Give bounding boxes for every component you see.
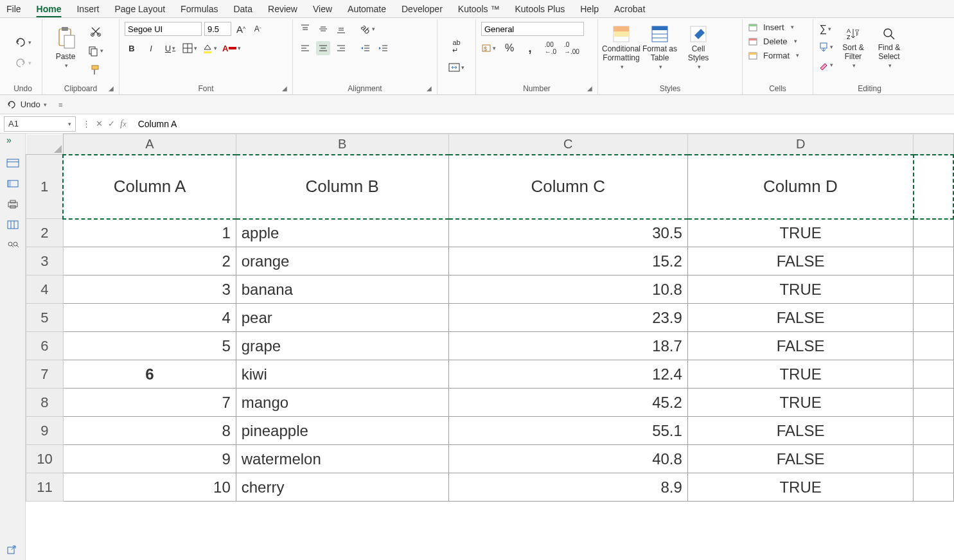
cell-A6[interactable]: 5 (63, 332, 236, 360)
row-header-6[interactable]: 6 (26, 332, 64, 360)
cell-D10[interactable]: FALSE (687, 445, 914, 473)
formula-input[interactable] (133, 116, 954, 132)
row-header-9[interactable]: 9 (26, 417, 64, 445)
row-header-11[interactable]: 11 (26, 473, 64, 502)
align-center-icon[interactable] (316, 41, 330, 55)
borders-button[interactable]: ▾ (182, 41, 197, 55)
cell-B4[interactable]: banana (236, 276, 448, 304)
delete-cells-button[interactable]: Delete▾ (748, 36, 797, 46)
side-nav-icon[interactable] (6, 158, 19, 170)
tab-data[interactable]: Data (232, 2, 254, 16)
cell-D9[interactable]: FALSE (687, 417, 914, 445)
tab-developer[interactable]: Developer (400, 2, 444, 16)
cell-D8[interactable]: TRUE (687, 389, 914, 417)
cell-D11[interactable]: TRUE (687, 473, 914, 502)
number-launcher-icon[interactable]: ◢ (587, 85, 592, 92)
format-painter-button[interactable] (89, 63, 103, 77)
format-cells-button[interactable]: Format▾ (748, 50, 799, 60)
row-header-3[interactable]: 3 (26, 247, 64, 276)
clipboard-launcher-icon[interactable]: ◢ (109, 85, 114, 92)
underline-button[interactable]: U▾ (163, 41, 177, 55)
cell-D5[interactable]: FALSE (687, 304, 914, 332)
autosum-icon[interactable]: ∑▾ (818, 22, 833, 36)
side-find-icon[interactable] (6, 240, 19, 252)
cell-B2[interactable]: apple (236, 219, 448, 247)
paste-button[interactable]: Paste▾ (48, 22, 84, 73)
row-header-5[interactable]: 5 (26, 304, 64, 332)
tab-view[interactable]: View (312, 2, 333, 16)
cell-D4[interactable]: TRUE (687, 276, 914, 304)
fill-icon[interactable]: ▾ (818, 40, 833, 54)
row-header-7[interactable]: 7 (26, 360, 64, 389)
cell-B1[interactable]: Column B (236, 155, 448, 219)
align-bottom-icon[interactable] (334, 22, 348, 36)
cell-C10[interactable]: 40.8 (448, 445, 687, 473)
col-header-D[interactable]: D (687, 134, 914, 155)
cell-B3[interactable]: orange (236, 247, 448, 276)
align-left-icon[interactable] (298, 41, 312, 55)
italic-button[interactable]: I (144, 41, 158, 55)
enter-formula-icon[interactable]: ✓ (108, 119, 115, 128)
increase-indent-icon[interactable] (376, 41, 391, 55)
cell-A3[interactable]: 2 (63, 247, 236, 276)
cell-B8[interactable]: mango (236, 389, 448, 417)
cell-D6[interactable]: FALSE (687, 332, 914, 360)
side-columns-icon[interactable] (6, 220, 19, 231)
wrap-text-button[interactable]: ab↵ (450, 40, 464, 54)
cell-A11[interactable]: 10 (63, 473, 236, 502)
select-all-corner[interactable] (26, 134, 64, 155)
increase-font-icon[interactable]: A^ (234, 22, 248, 36)
merge-center-button[interactable]: ▾ (448, 60, 464, 74)
side-workbook-icon[interactable] (6, 179, 19, 190)
align-top-icon[interactable] (298, 22, 312, 36)
find-select-button[interactable]: Find & Select▾ (873, 22, 905, 73)
cell-D7[interactable]: TRUE (687, 360, 914, 389)
row-header-8[interactable]: 8 (26, 389, 64, 417)
row-header-10[interactable]: 10 (26, 445, 64, 473)
fill-color-button[interactable]: ▾ (202, 41, 217, 55)
cell-C2[interactable]: 30.5 (448, 219, 687, 247)
cell-C4[interactable]: 10.8 (448, 276, 687, 304)
number-format-select[interactable] (481, 22, 584, 36)
cell-C8[interactable]: 45.2 (448, 389, 687, 417)
align-middle-icon[interactable] (316, 22, 330, 36)
decrease-decimal-icon[interactable]: .0→.00 (564, 41, 579, 55)
font-launcher-icon[interactable]: ◢ (282, 85, 287, 92)
tab-file[interactable]: File (5, 2, 22, 16)
tab-formulas[interactable]: Formulas (179, 2, 219, 16)
cell-B9[interactable]: pineapple (236, 417, 448, 445)
fx-more-icon[interactable]: ⋮ (82, 119, 91, 128)
popout-icon[interactable] (6, 545, 17, 555)
cell-A2[interactable]: 1 (63, 219, 236, 247)
cell-A1[interactable]: Column A (63, 155, 236, 219)
sort-filter-button[interactable]: AZ Sort & Filter▾ (837, 22, 869, 73)
decrease-font-icon[interactable]: Aˇ (251, 22, 265, 36)
bold-button[interactable]: B (125, 41, 139, 55)
redo-button[interactable]: ▾ (14, 56, 31, 70)
cell-C9[interactable]: 55.1 (448, 417, 687, 445)
percent-icon[interactable]: % (502, 41, 517, 55)
cell-A7[interactable]: 6 (63, 360, 236, 389)
format-as-table-button[interactable]: Format as Table▾ (642, 22, 678, 73)
clear-icon[interactable]: ▾ (818, 58, 833, 72)
col-header-B[interactable]: B (236, 134, 448, 155)
cell-B10[interactable]: watermelon (236, 445, 448, 473)
cell-D2[interactable]: TRUE (687, 219, 914, 247)
cell-D1[interactable]: Column D (687, 155, 914, 219)
tab-acrobat[interactable]: Acrobat (613, 2, 646, 16)
copy-button[interactable]: ▾ (87, 44, 103, 58)
tab-kutools-[interactable]: Kutools ™ (457, 2, 501, 16)
cell-A4[interactable]: 3 (63, 276, 236, 304)
cell-C6[interactable]: 18.7 (448, 332, 687, 360)
increase-decimal-icon[interactable]: .00←.0 (543, 41, 558, 55)
cell-A5[interactable]: 4 (63, 304, 236, 332)
comma-icon[interactable]: , (523, 41, 537, 55)
cell-A9[interactable]: 8 (63, 417, 236, 445)
qat-undo-button[interactable]: Undo ▾ (6, 98, 47, 112)
cell-B5[interactable]: pear (236, 304, 448, 332)
decrease-indent-icon[interactable] (358, 41, 373, 55)
tab-kutools-plus[interactable]: Kutools Plus (513, 2, 566, 16)
cell-styles-button[interactable]: Cell Styles▾ (680, 22, 716, 73)
fx-icon[interactable]: fx (120, 118, 127, 129)
cell-C7[interactable]: 12.4 (448, 360, 687, 389)
